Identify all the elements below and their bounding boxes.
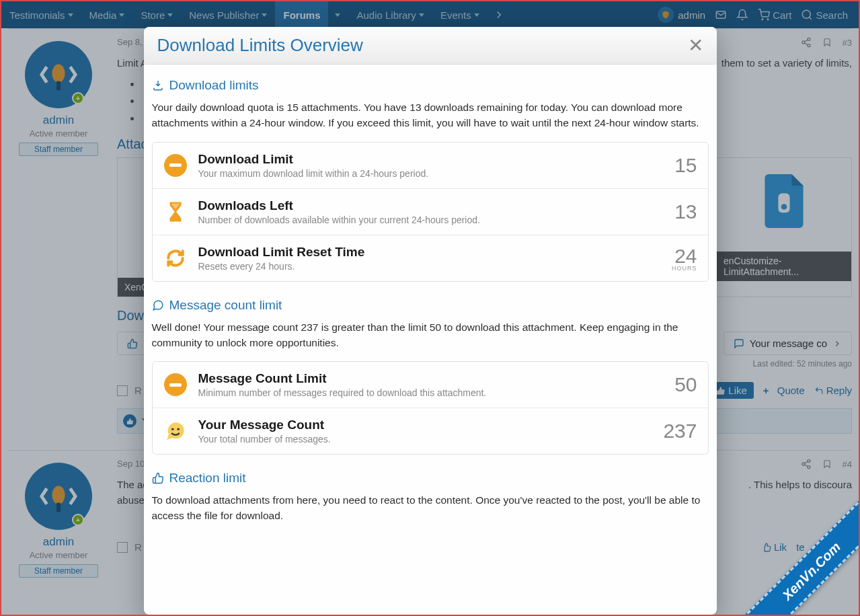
modal-body: Download limits Your daily download quot…: [144, 65, 717, 548]
hourglass-icon: [163, 200, 188, 224]
stat-value: 15: [674, 154, 697, 177]
stat-message-count: Your Message CountYour total number of m…: [153, 408, 708, 454]
section-description: Your daily download quota is 15 attachme…: [152, 100, 709, 131]
section-message-count: Message count limit: [152, 298, 709, 313]
stat-value: 13: [674, 200, 697, 223]
modal-header: Download Limits Overview ✕: [144, 27, 717, 65]
stat-reset-time: Download Limit Reset TimeResets every 24…: [153, 235, 708, 281]
section-description: Well done! Your message count 237 is gre…: [152, 319, 709, 351]
svg-point-21: [171, 428, 173, 430]
minus-circle-icon: [163, 373, 188, 397]
chat-icon: [152, 299, 164, 311]
section-reaction: Reaction limit: [152, 471, 709, 486]
smile-chat-icon: [163, 419, 188, 443]
close-button[interactable]: ✕: [688, 36, 703, 55]
stat-download-limit: Download LimitYour maximum download limi…: [153, 143, 708, 189]
message-stats: Message Count LimitMinimum number of mes…: [152, 361, 709, 455]
stat-value: 50: [674, 373, 697, 396]
modal-overlay[interactable]: Download Limits Overview ✕ Download limi…: [1, 1, 859, 615]
stat-value: 237: [663, 420, 697, 442]
stat-message-limit: Message Count LimitMinimum number of mes…: [153, 362, 708, 408]
stat-downloads-left: Downloads LeftNumber of downloads availa…: [153, 189, 708, 235]
refresh-icon: [163, 246, 188, 270]
stat-value: 24HOURS: [672, 245, 697, 272]
section-download-limits: Download limits: [152, 78, 709, 93]
minus-circle-icon: [163, 153, 188, 178]
download-stats: Download LimitYour maximum download limi…: [152, 142, 709, 282]
download-icon: [152, 79, 164, 91]
section-description: To download attachments from here, you n…: [152, 492, 709, 524]
thumbs-up-icon: [152, 472, 164, 484]
modal-title: Download Limits Overview: [157, 35, 363, 56]
svg-point-22: [177, 428, 179, 430]
download-limits-modal: Download Limits Overview ✕ Download limi…: [144, 27, 717, 615]
